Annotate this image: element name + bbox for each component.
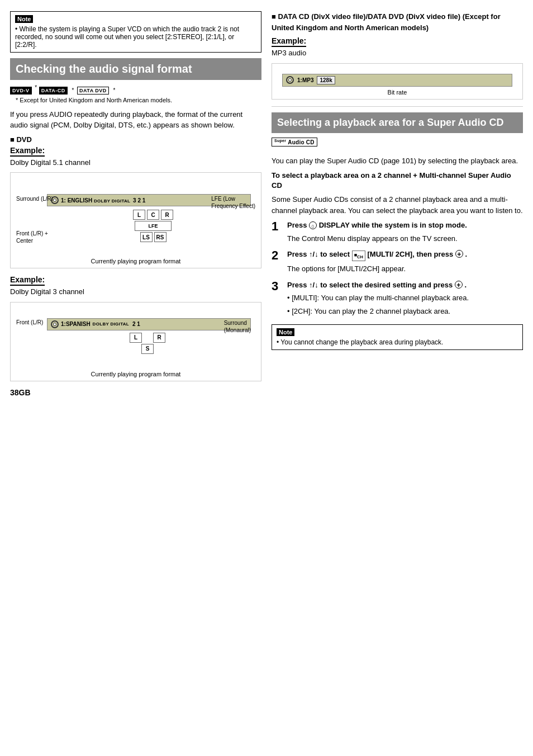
sacd-note-box: Note • You cannot change the playback ar… xyxy=(272,324,523,350)
note-label: Note xyxy=(15,15,33,23)
step2-sub: The options for [MULTI/2CH] appear. xyxy=(287,263,523,275)
sacd-section: Selecting a playback area for a Super Au… xyxy=(272,112,523,351)
example2-label: Example: xyxy=(10,275,261,284)
sacd-note-label: Note xyxy=(277,328,294,336)
display-icon1: ⌂ xyxy=(309,221,317,229)
sacd-note-content: You cannot change the playback area duri… xyxy=(280,338,443,346)
step2-number: 2 xyxy=(272,249,283,275)
mp3-track: 1:MP3 xyxy=(297,77,313,83)
display-nums1: 3 2 1 xyxy=(133,197,145,204)
asterisk-note: * Except for United Kingdom and North Am… xyxy=(16,97,261,103)
dvdv-badge: DVD-V xyxy=(10,87,32,94)
ch-R: R xyxy=(161,210,173,220)
cd-icon1 xyxy=(51,196,59,204)
ch2-L: L xyxy=(130,333,142,343)
surround-label: Surround (L/R) xyxy=(16,195,53,202)
step2-primary: Press ↑/↓ to select ■CH [MULTI/ 2CH], th… xyxy=(287,249,523,261)
sacd-title: Selecting a playback area for a Super Au… xyxy=(272,112,523,133)
example2-subtitle: Dolby Digital 3 channel xyxy=(10,286,261,297)
caption1: Currently playing program format xyxy=(16,258,255,264)
data-example-label: Example: xyxy=(272,36,523,45)
dolby-badge1: DOLBY DIGITAL xyxy=(94,199,130,204)
cd-icon2 xyxy=(51,320,59,328)
display-nums2: 2 1 xyxy=(132,321,140,327)
caption2: Currently playing program format xyxy=(16,371,255,377)
front-label2: Front (L/R) xyxy=(16,319,43,325)
dolby-badge2: DOLBY DIGITAL xyxy=(93,322,129,327)
channel-grid2b: S xyxy=(44,344,251,354)
note-bullet-marker: • xyxy=(15,25,20,33)
data-section: ■ DATA CD (DivX video file)/DATA DVD (Di… xyxy=(272,11,523,100)
page-number: 38GB xyxy=(10,388,261,397)
multi-icon: ■CH xyxy=(352,251,365,261)
display-row2: 1:SPANISH DOLBY DIGITAL 2 1 xyxy=(47,318,251,330)
note-text: • While the system is playing a Super VC… xyxy=(15,25,256,49)
channel-grid1: L C R xyxy=(55,210,251,220)
asterisk-sup3: * xyxy=(113,87,115,93)
note-bullet-text: While the system is playing a Super VCD … xyxy=(15,25,239,49)
sacd-body: You can play the Super Audio CD (page 10… xyxy=(272,155,523,167)
lfe-label: LFE (LowFrequency Effect) xyxy=(211,195,255,210)
plus-circle1: + xyxy=(455,250,463,258)
channel-grid1c: LS RS xyxy=(55,232,251,242)
step3-primary: Press ↑/↓ to select the desired setting … xyxy=(287,280,523,290)
display-text1: 1: ENGLISH xyxy=(61,197,94,204)
right-column: ■ DATA CD (DivX video file)/DATA DVD (Di… xyxy=(272,11,523,745)
sacd-note-text: • You cannot change the playback area du… xyxy=(277,338,518,346)
data-header: ■ DATA CD (DivX video file)/DATA DVD (Di… xyxy=(272,11,523,33)
bitrate-caption: Bit rate xyxy=(278,89,517,96)
bullet-multi: [MULTI]: You can play the multi-channel … xyxy=(287,292,523,304)
step3-row: 3 Press ↑/↓ to select the desired settin… xyxy=(272,280,523,319)
asterisk-sup1: * xyxy=(35,84,37,91)
step1-primary: Press ⌂ DISPLAY while the system is in s… xyxy=(287,220,523,230)
step1-sub: The Control Menu display appears on the … xyxy=(287,233,523,244)
plus-circle2: + xyxy=(455,281,463,289)
ch-L: L xyxy=(133,210,145,220)
sacd-badge: Super Audio CD xyxy=(272,138,317,147)
sacd-subsection-body: Some Super Audio CDs consist of a 2 chan… xyxy=(272,194,523,216)
step2-row: 2 Press ↑/↓ to select ■CH [MULTI/ 2CH], … xyxy=(272,249,523,275)
example1-diagram: Surround (L/R) LFE (LowFrequency Effect)… xyxy=(10,172,261,268)
asterisk-sup2: * xyxy=(72,87,74,93)
surround-label2: Surround(Monaural) xyxy=(224,319,251,334)
step1-row: 1 Press ⌂ DISPLAY while the system is in… xyxy=(272,220,523,244)
example1-subtitle: Dolby Digital 5.1 channel xyxy=(10,157,261,168)
divider xyxy=(272,106,523,107)
badge-row: DVD-V * DATA-CD * DATA DVD * xyxy=(10,84,261,94)
ch-RS: RS xyxy=(154,232,166,242)
datacd-badge: DATA-CD xyxy=(39,87,68,94)
left-column: Note • While the system is playing a Sup… xyxy=(10,11,261,745)
mp3-display-row: 1:MP3 128k xyxy=(282,74,512,87)
channel-grid1b: LFE xyxy=(55,221,251,231)
step1-number: 1 xyxy=(272,220,283,244)
step3-content: Press ↑/↓ to select the desired setting … xyxy=(287,280,523,319)
step1-content: Press ⌂ DISPLAY while the system is in s… xyxy=(287,220,523,244)
diagram2-wrapper: Front (L/R) Surround(Monaural) 1:SPANISH… xyxy=(16,318,255,368)
page: Note • While the system is playing a Sup… xyxy=(0,0,533,756)
ch2-R: R xyxy=(153,333,165,343)
cd-icon-mp3 xyxy=(286,76,294,84)
step2-content: Press ↑/↓ to select ■CH [MULTI/ 2CH], th… xyxy=(287,249,523,275)
audio-section-title: Checking the audio signal format xyxy=(10,58,261,80)
asterisk-text: Except for United Kingdom and North Amer… xyxy=(20,97,172,103)
sacd-subsection-title: To select a playback area on a 2 channel… xyxy=(272,171,523,191)
top-note-box: Note • While the system is playing a Sup… xyxy=(10,11,261,53)
front-label1: Front (L/R) +Center xyxy=(16,230,48,244)
diagram1-wrapper: Surround (L/R) LFE (LowFrequency Effect)… xyxy=(16,194,255,256)
ch2-S: S xyxy=(141,344,154,354)
dvd-label: ■ DVD xyxy=(10,135,261,144)
ch-LFE: LFE xyxy=(135,221,172,231)
datadvd-badge: DATA DVD xyxy=(77,87,109,94)
data-example-subtitle: MP3 audio xyxy=(272,48,523,59)
sacd-badge-row: Super Audio CD xyxy=(272,138,523,151)
example2-diagram: Front (L/R) Surround(Monaural) 1:SPANISH… xyxy=(10,302,261,381)
display-text2: 1:SPANISH xyxy=(61,321,91,327)
ch-LS: LS xyxy=(140,232,153,242)
example1-label: Example: xyxy=(10,146,261,155)
channel-grid2a: L R xyxy=(44,333,251,343)
bullet-2ch: [2CH]: You can play the 2 channel playba… xyxy=(287,306,523,317)
ch-C: C xyxy=(147,210,159,220)
audio-body-text: If you press AUDIO repeatedly during pla… xyxy=(10,109,261,131)
step3-number: 3 xyxy=(272,280,283,319)
mp3-diagram: 1:MP3 128k Bit rate xyxy=(272,63,523,100)
